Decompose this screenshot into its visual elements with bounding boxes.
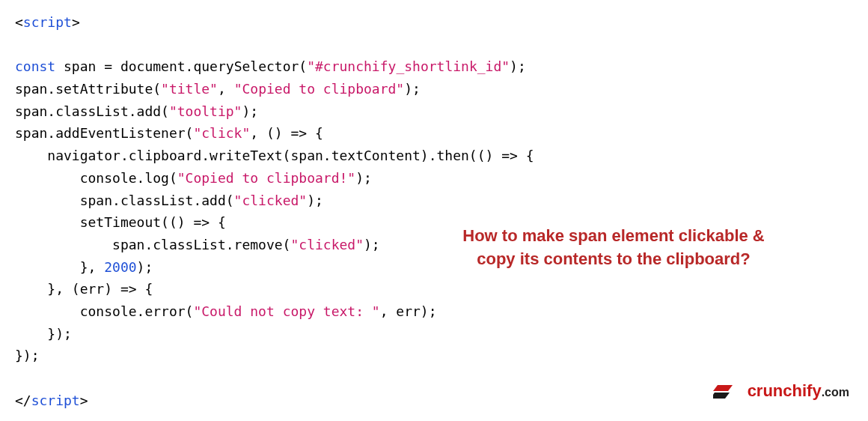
code-block: <script> const span = document.querySele… bbox=[15, 11, 853, 411]
keyword-const: const bbox=[15, 58, 55, 74]
callout-line-1: How to make span element clickable & bbox=[397, 225, 831, 248]
callout-question: How to make span element clickable & cop… bbox=[397, 225, 831, 271]
string-literal: "#crunchify_shortlink_id" bbox=[307, 58, 510, 74]
tag-bracket: < bbox=[15, 14, 23, 30]
crunchify-logo-icon bbox=[713, 381, 742, 402]
callout-line-2: copy its contents to the clipboard? bbox=[397, 248, 831, 271]
crunchify-logo: crunchify.com bbox=[713, 378, 849, 405]
tag-name-open: script bbox=[23, 14, 72, 30]
number-literal: 2000 bbox=[104, 259, 136, 275]
crunchify-logo-text: crunchify.com bbox=[748, 378, 849, 405]
tag-name-close: script bbox=[31, 393, 80, 408]
